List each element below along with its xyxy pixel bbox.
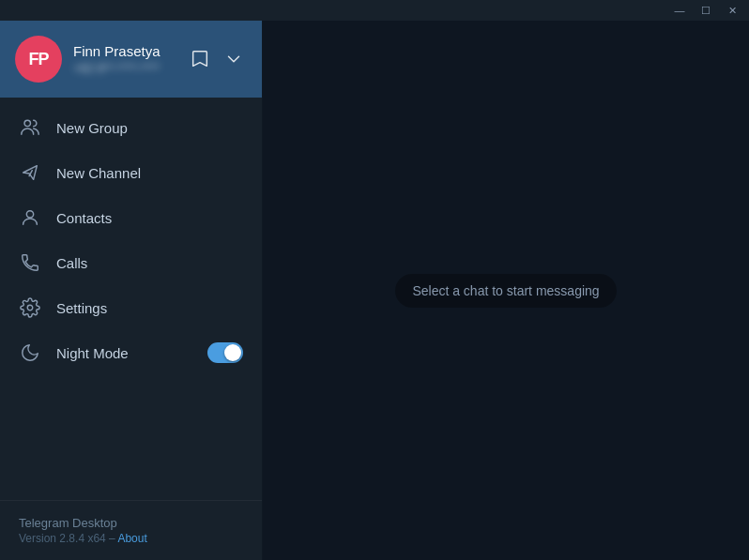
- menu-item-settings[interactable]: Settings: [0, 285, 262, 330]
- sidebar: FP Finn Prasetya +62 8**-****-****: [0, 21, 263, 560]
- new-channel-label: New Channel: [56, 165, 243, 181]
- user-phone: +62 8**-****-****: [73, 61, 187, 75]
- minimize-button[interactable]: —: [666, 0, 693, 21]
- chat-area: Select a chat to start messaging: [263, 21, 749, 560]
- close-button[interactable]: ✕: [719, 0, 745, 21]
- menu-item-night-mode[interactable]: Night Mode: [0, 330, 262, 375]
- title-bar: — ☐ ✕: [0, 0, 749, 21]
- user-name: Finn Prasetya: [73, 43, 187, 59]
- version-text: Version 2.8.4 x64 –: [19, 532, 117, 545]
- menu-item-calls[interactable]: Calls: [0, 240, 262, 285]
- svg-point-0: [24, 120, 30, 126]
- avatar[interactable]: FP: [15, 36, 62, 83]
- collapse-menu-button[interactable]: [221, 46, 247, 72]
- sidebar-footer: Telegram Desktop Version 2.8.4 x64 – Abo…: [0, 500, 262, 560]
- chevron-down-icon: [223, 49, 244, 69]
- menu-item-new-group[interactable]: New Group: [0, 105, 262, 150]
- app-name: Telegram Desktop: [19, 516, 243, 530]
- about-link[interactable]: About: [117, 532, 146, 545]
- svg-point-2: [27, 305, 33, 310]
- menu-item-new-channel[interactable]: New Channel: [0, 150, 262, 195]
- settings-icon: [19, 296, 41, 319]
- empty-chat-message: Select a chat to start messaging: [395, 274, 616, 308]
- night-mode-toggle[interactable]: [207, 342, 243, 363]
- contacts-icon: [19, 206, 41, 229]
- app-container: FP Finn Prasetya +62 8**-****-****: [0, 21, 749, 560]
- contacts-label: Contacts: [56, 210, 243, 226]
- menu-items: New Group New Channel: [0, 98, 262, 500]
- saved-messages-button[interactable]: [187, 46, 213, 72]
- moon-icon: [19, 341, 41, 364]
- sidebar-header: FP Finn Prasetya +62 8**-****-****: [0, 21, 262, 98]
- settings-label: Settings: [56, 300, 243, 316]
- header-icons: [187, 46, 247, 72]
- user-info: Finn Prasetya +62 8**-****-****: [73, 43, 187, 75]
- menu-item-contacts[interactable]: Contacts: [0, 195, 262, 240]
- night-mode-label: Night Mode: [56, 345, 192, 361]
- new-group-label: New Group: [56, 120, 243, 136]
- calls-label: Calls: [56, 255, 243, 271]
- app-version: Version 2.8.4 x64 – About: [19, 532, 243, 545]
- channel-icon: [19, 161, 41, 184]
- group-icon: [19, 116, 41, 139]
- bookmark-icon: [190, 49, 210, 69]
- calls-icon: [19, 251, 41, 274]
- svg-point-1: [26, 211, 33, 218]
- maximize-button[interactable]: ☐: [693, 0, 719, 21]
